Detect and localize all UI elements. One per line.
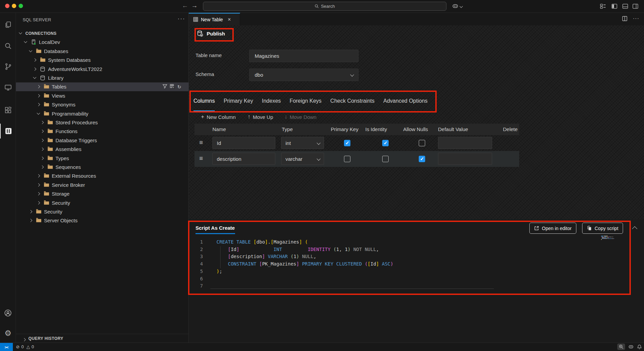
warnings-icon: △ [26, 344, 30, 349]
default-value-input[interactable] [438, 137, 492, 149]
tree-item-label: Security [52, 200, 70, 206]
query-history-section[interactable]: QUERY HISTORY [16, 334, 189, 343]
bell-icon[interactable] [637, 344, 642, 350]
default-value-input[interactable] [438, 153, 492, 165]
sidebar-item-explorer[interactable] [0, 17, 16, 32]
split-editor-icon[interactable] [622, 16, 627, 21]
tree-item-service-broker[interactable]: Service Broker [16, 181, 189, 190]
copilot-icon[interactable] [452, 3, 459, 9]
problems-status[interactable]: ⊘ 0 △ 0 [16, 344, 34, 349]
filter-icon[interactable] [162, 84, 167, 90]
tree-item-stored-procedures[interactable]: Stored Procedures [16, 118, 189, 127]
tree-item-label: Library [48, 75, 64, 81]
schema-select[interactable]: dbo [249, 69, 359, 81]
table-row-Id: ≡Idint [194, 135, 519, 151]
sidebar-more-actions[interactable]: ··· [178, 16, 185, 22]
tree-item-security[interactable]: Security [16, 207, 189, 216]
toggle-panel-icon[interactable] [622, 3, 628, 9]
code-line-3[interactable]: 3 [description] VARCHAR (1) NULL, [189, 253, 639, 260]
column-header-delete: Delete [503, 126, 518, 132]
table-name-input[interactable]: Magazines [249, 50, 359, 62]
code-line-5[interactable]: 5); [189, 268, 639, 275]
code-line-4[interactable]: 4 CONSTRAINT [PK_Magazines] PRIMARY KEY … [189, 260, 639, 268]
move-up-button[interactable]: ↑Move Up [248, 114, 273, 120]
sidebar-item-sql-server[interactable] [0, 124, 16, 139]
is-identity-checkbox[interactable] [382, 140, 389, 146]
back-arrow-icon[interactable]: ← [181, 2, 189, 9]
tree-item-database-triggers[interactable]: Database Triggers [16, 136, 189, 145]
tree-item-security[interactable]: Security [16, 199, 189, 207]
drag-handle[interactable]: ≡ [199, 139, 203, 146]
copilot-icon[interactable] [628, 344, 634, 350]
column-name-input[interactable]: Id [212, 137, 275, 149]
tree-item-tables[interactable]: Tables↻ [16, 82, 189, 91]
column-type-select[interactable]: int [281, 137, 324, 149]
copy-script-button[interactable]: Copy script [582, 223, 623, 234]
minimize-window-button[interactable] [12, 4, 16, 8]
code-line-1[interactable]: 1CREATE TABLE [dbo].[Magazines] ( [189, 238, 639, 246]
primary-key-checkbox[interactable] [344, 140, 350, 146]
tree-item-databases[interactable]: Databases [16, 47, 189, 56]
toggle-secondary-sidebar-icon[interactable] [632, 3, 638, 9]
editor-more-actions[interactable]: ··· [633, 16, 639, 22]
tree-item-synonyms[interactable]: Synonyms [16, 100, 189, 109]
tab-indexes[interactable]: Indexes [262, 92, 281, 111]
primary-key-checkbox[interactable] [344, 156, 350, 162]
sidebar-item-source-control[interactable] [0, 59, 16, 74]
zoom-status-button[interactable] [617, 344, 625, 350]
tab-check-constraints[interactable]: Check Constraints [330, 92, 375, 111]
chevron-down-icon[interactable] [460, 5, 463, 8]
new-column-button[interactable]: +New Column [201, 114, 236, 120]
tree-item-connections[interactable]: CONNECTIONS [16, 29, 189, 38]
column-name-input[interactable]: description [212, 153, 275, 165]
chevron-down-icon [317, 157, 320, 160]
tab-primary-key[interactable]: Primary Key [224, 92, 253, 111]
tree-item-types[interactable]: Types [16, 154, 189, 163]
settings-button[interactable]: ⚙ [0, 326, 16, 341]
tree-item-localdev[interactable]: LocalDev [16, 38, 189, 47]
tree-item-views[interactable]: Views [16, 92, 189, 100]
drag-handle[interactable]: ≡ [199, 155, 203, 162]
move-down-button[interactable]: ↓Move Down [284, 114, 317, 120]
toggle-sidebar-icon[interactable] [612, 3, 617, 9]
tab-new-table[interactable]: New Table × [189, 13, 240, 25]
tree-item-functions[interactable]: Functions [16, 127, 189, 136]
minimap[interactable] [601, 236, 622, 242]
publish-button[interactable]: Publish [197, 30, 225, 37]
tab-foreign-keys[interactable]: Foreign Keys [290, 92, 321, 111]
allow-nulls-checkbox[interactable] [419, 156, 425, 162]
close-icon[interactable]: × [228, 17, 231, 23]
forward-arrow-icon[interactable]: → [190, 2, 199, 9]
tree-item-adventureworkslt2022[interactable]: AdventureWorksLT2022 [16, 65, 189, 74]
customize-layout-icon[interactable] [600, 3, 606, 9]
tree-item-programmability[interactable]: Programmability [16, 109, 189, 118]
allow-nulls-checkbox[interactable] [419, 140, 425, 146]
tree-item-library[interactable]: Library [16, 74, 189, 82]
maximize-window-button[interactable] [19, 4, 23, 8]
column-header-primary-key: Primary Key [331, 126, 359, 132]
tree-item-sequences[interactable]: Sequences [16, 163, 189, 172]
tree-item-server-objects[interactable]: Server Objects [16, 216, 189, 225]
sidebar-item-remote-explorer[interactable] [0, 80, 16, 95]
tree-item-assemblies[interactable]: Assemblies [16, 145, 189, 154]
tree-item-external-resources[interactable]: External Resources [16, 172, 189, 180]
sidebar-item-search[interactable] [0, 39, 16, 53]
tree-item-storage[interactable]: Storage [16, 190, 189, 198]
search-input[interactable]: Search [203, 2, 446, 11]
remote-indicator[interactable]: >< [0, 343, 13, 351]
tab-columns[interactable]: Columns [193, 92, 215, 111]
code-line-2[interactable]: 2 [Id] INT IDENTITY (1, 1) NOT NULL, [189, 246, 639, 253]
refresh-icon[interactable]: ↻ [177, 84, 181, 90]
is-identity-checkbox[interactable] [382, 156, 389, 162]
tab-advanced-options[interactable]: Advanced Options [383, 92, 428, 111]
chevron-right-icon [41, 130, 44, 133]
new-table-icon[interactable] [170, 84, 175, 90]
column-type-select[interactable]: varchar [281, 153, 324, 165]
close-window-button[interactable] [5, 4, 9, 8]
code-line-6[interactable]: 6 [189, 275, 639, 282]
sidebar-item-extensions[interactable] [0, 103, 16, 118]
tree-item-system-databases[interactable]: System Databases [16, 56, 189, 65]
table-name-value: Magazines [255, 53, 279, 59]
open-in-editor-button[interactable]: Open in editor [529, 223, 576, 234]
account-button[interactable] [0, 305, 16, 320]
